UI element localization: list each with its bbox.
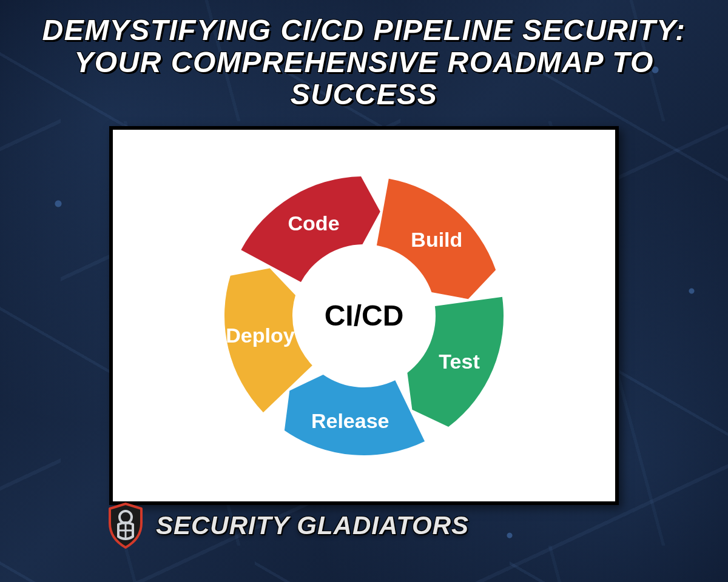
diagram-panel: CodeBuildTestReleaseDeployCI/CD xyxy=(109,126,619,505)
cycle-center-label: CI/CD xyxy=(325,299,404,332)
brand-footer: SECURITY GLADIATORS xyxy=(106,503,469,549)
cycle-label-code: Code xyxy=(288,212,340,235)
brand-name: SECURITY GLADIATORS xyxy=(156,511,469,540)
cycle-label-build: Build xyxy=(411,228,462,251)
cycle-label-test: Test xyxy=(439,350,479,373)
cycle-label-deploy: Deploy xyxy=(226,324,294,347)
page-title: DEMYSTIFYING CI/CD PIPELINE SECURITY: YO… xyxy=(0,0,728,115)
cycle-label-release: Release xyxy=(311,409,389,432)
cicd-cycle-diagram: CodeBuildTestReleaseDeployCI/CD xyxy=(194,146,534,486)
shield-icon xyxy=(106,503,145,549)
